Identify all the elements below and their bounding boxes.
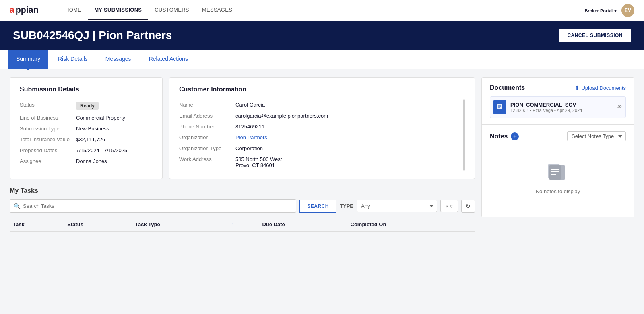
field-lob: Line of Business Commercial Property: [20, 112, 153, 123]
field-label-sub-type: Submission Type: [20, 126, 76, 132]
tab-risk-details[interactable]: Risk Details: [50, 50, 96, 69]
nav-messages[interactable]: MESSAGES: [196, 0, 239, 20]
sort-arrow-icon: ↑: [231, 221, 234, 227]
doc-file-icon: [493, 100, 506, 114]
field-label-lob: Line of Business: [20, 115, 76, 121]
upload-documents-link[interactable]: ⬆ Upload Documents: [575, 85, 626, 91]
field-name: Name Carol Garcia: [179, 99, 465, 110]
filter-icon: ▿: [446, 203, 448, 209]
submission-details-title: Submission Details: [20, 86, 153, 93]
field-label-email: Email Address: [179, 113, 235, 119]
search-button[interactable]: SEARCH: [299, 200, 336, 213]
filter-dropdown-icon: ▿: [450, 203, 453, 209]
customer-info-title: Customer Information: [179, 86, 465, 93]
topnav: a pp ian HOME MY SUBMISSIONS CUSTOMERS M…: [0, 0, 644, 21]
svg-text:a: a: [10, 5, 14, 15]
search-tasks-input[interactable]: [10, 199, 296, 213]
status-badge: Ready: [76, 102, 99, 110]
page-title: SUB042546QJ | Pion Partners: [13, 29, 172, 42]
nav-home[interactable]: HOME: [59, 0, 88, 20]
field-label-proposed-dates: Proposed Dates: [20, 147, 76, 153]
field-label-org: Organization: [179, 134, 235, 140]
field-value-name: Carol Garcia: [235, 102, 265, 108]
document-item: PION_COMMERCIAL_SOV 12.82 KB • Ezra Vega…: [490, 96, 626, 118]
notes-title-group: Notes +: [490, 132, 519, 140]
type-select[interactable]: Any: [357, 200, 437, 212]
cancel-submission-button[interactable]: CANCEL SUBMISSION: [559, 29, 631, 42]
nav-customers[interactable]: CUSTOMERS: [148, 0, 196, 20]
field-label-tiv: Total Insurance Value: [20, 136, 76, 143]
col-completed-on: Completed On: [347, 217, 475, 232]
doc-name: PION_COMMERCIAL_SOV: [510, 102, 613, 108]
field-address: Work Address 585 North 500 West Provo, C…: [179, 154, 465, 171]
notes-header: Notes + Select Notes Type: [490, 131, 626, 141]
field-value-phone: 8125469211: [235, 124, 264, 130]
field-phone: Phone Number 8125469211: [179, 121, 465, 132]
documents-header: Documents ⬆ Upload Documents: [490, 84, 626, 91]
field-value-sub-type: New Business: [76, 126, 109, 132]
col-task: Task: [10, 217, 64, 232]
svg-text:ian: ian: [26, 5, 39, 15]
notes-empty-text: No notes to display: [536, 188, 580, 194]
tasks-table-header: Task Status Task Type ↑ Due Date Complet…: [10, 217, 475, 232]
field-tiv: Total Insurance Value $32,111,726: [20, 134, 153, 145]
portal-selector[interactable]: Broker Portal ▾: [584, 7, 617, 14]
field-value-proposed-dates: 7/15/2024 - 7/15/2025: [76, 147, 127, 153]
notes-title: Notes: [490, 133, 508, 140]
type-label: TYPE: [340, 203, 353, 209]
field-status: Status Ready: [20, 99, 153, 112]
field-value-email: carolgarcia@example.pionpartners.com: [235, 113, 328, 119]
field-value-address: 585 North 500 West Provo, CT 84601: [235, 156, 282, 168]
field-org-type: Organization Type Corporation: [179, 143, 465, 154]
tab-summary[interactable]: Summary: [8, 50, 48, 69]
doc-view-icon[interactable]: 👁: [617, 104, 622, 110]
svg-text:pp: pp: [16, 5, 26, 15]
field-label-phone: Phone Number: [179, 124, 235, 130]
field-email: Email Address carolgarcia@example.pionpa…: [179, 110, 465, 121]
tasks-controls: 🔍 SEARCH TYPE Any ▿ ▿ ↻: [10, 199, 475, 213]
search-icon: 🔍: [14, 203, 21, 209]
field-label-address: Work Address: [179, 156, 235, 162]
user-avatar[interactable]: EV: [621, 4, 634, 17]
doc-info: PION_COMMERCIAL_SOV 12.82 KB • Ezra Vega…: [510, 102, 613, 113]
right-panel: Documents ⬆ Upload Documents PION_COM: [481, 77, 634, 217]
field-value-tiv: $32,111,726: [76, 136, 105, 143]
field-label-name: Name: [179, 102, 235, 108]
field-label-org-type: Organization Type: [179, 145, 235, 151]
tasks-title: My Tasks: [10, 187, 475, 194]
app-logo[interactable]: a pp ian: [10, 3, 46, 17]
main-content: Submission Details Status Ready Line of …: [0, 69, 644, 240]
field-proposed-dates: Proposed Dates 7/15/2024 - 7/15/2025: [20, 145, 153, 156]
field-value-org[interactable]: Pion Partners: [235, 134, 267, 140]
notes-empty-state: No notes to display: [490, 146, 626, 211]
refresh-button[interactable]: ↻: [461, 200, 475, 213]
notes-type-select[interactable]: Select Notes Type: [567, 131, 626, 141]
notes-empty-icon: [546, 162, 570, 184]
col-task-type: Task Type: [132, 217, 227, 232]
documents-section: Documents ⬆ Upload Documents PION_COM: [482, 78, 634, 125]
field-assignee: Assignee Donna Jones: [20, 156, 153, 167]
tab-messages[interactable]: Messages: [97, 50, 139, 69]
field-label-assignee: Assignee: [20, 158, 76, 164]
customer-information-card: Customer Information Name Carol Garcia E…: [169, 77, 475, 179]
field-value-org-type: Corporation: [235, 145, 263, 151]
col-due-date: Due Date: [259, 217, 347, 232]
doc-meta: 12.82 KB • Ezra Vega • Apr 29, 2024: [510, 108, 613, 113]
col-sort[interactable]: ↑: [227, 217, 259, 232]
tasks-table: Task Status Task Type ↑ Due Date Complet…: [10, 217, 475, 232]
tasks-section: My Tasks 🔍 SEARCH TYPE Any ▿ ▿ ↻: [10, 187, 475, 232]
left-center: Submission Details Status Ready Line of …: [10, 77, 475, 232]
tab-related-actions[interactable]: Related Actions: [141, 50, 196, 69]
nav-my-submissions[interactable]: MY SUBMISSIONS: [88, 0, 148, 20]
field-sub-type: Submission Type New Business: [20, 123, 153, 134]
search-wrap: 🔍: [10, 199, 296, 213]
header-banner: SUB042546QJ | Pion Partners CANCEL SUBMI…: [0, 21, 644, 50]
submission-details-card: Submission Details Status Ready Line of …: [10, 77, 163, 179]
details-row: Submission Details Status Ready Line of …: [10, 77, 475, 179]
notes-add-button[interactable]: +: [511, 132, 519, 140]
field-value-assignee: Donna Jones: [76, 158, 107, 164]
field-value-lob: Commercial Property: [76, 115, 125, 121]
upload-icon: ⬆: [575, 85, 580, 91]
filter-button[interactable]: ▿ ▿: [440, 200, 458, 212]
svg-rect-9: [549, 165, 561, 180]
